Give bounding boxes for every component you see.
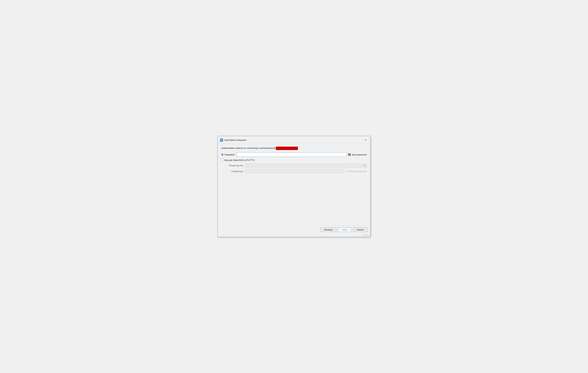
next-button[interactable]: Next	[338, 227, 351, 232]
private-key-label: Private key file:	[225, 164, 245, 167]
private-key-input	[245, 164, 362, 167]
passphrase-row: Passphrase: Save passphrase	[225, 169, 367, 173]
watermark: JetBrains	[218, 234, 370, 237]
dialog-footer: Previous Next Cancel	[218, 225, 370, 234]
dialog-title: Add Python Interpreter	[224, 139, 247, 141]
save-passphrase-label: Save passphrase	[346, 170, 367, 173]
browse-icon: 🗀	[364, 165, 366, 166]
keypair-label: Key pair (OpenSSH or PuTTY):	[221, 158, 367, 161]
save-password-checkbox[interactable]	[348, 154, 351, 156]
password-input[interactable]	[237, 152, 346, 157]
redacted-host	[276, 147, 298, 150]
private-key-input-wrapper: 🗀	[245, 164, 367, 167]
subtitle-prefix: Authentication options for connecting to…	[221, 147, 275, 149]
dialog-window: PC Add Python Interpreter ✕ Authenticati…	[218, 136, 370, 237]
keypair-radio-label[interactable]: Key pair (OpenSSH or PuTTY):	[221, 158, 255, 161]
previous-button[interactable]: Previous	[320, 227, 336, 232]
passphrase-input	[245, 169, 344, 173]
dialog-content: Authentication options for connecting to…	[218, 144, 370, 225]
browse-button: 🗀	[363, 164, 367, 167]
title-bar-left: PC Add Python Interpreter	[220, 139, 247, 142]
password-label: Password:	[225, 154, 235, 156]
password-radio-label[interactable]: Password:	[221, 154, 235, 156]
title-bar: PC Add Python Interpreter ✕	[218, 136, 370, 144]
passphrase-input-wrapper: Save passphrase	[245, 169, 367, 173]
app-icon: PC	[220, 139, 223, 142]
subtitle: Authentication options for connecting to…	[221, 147, 367, 150]
save-password-label[interactable]: Save password	[348, 154, 367, 156]
keypair-section: Key pair (OpenSSH or PuTTY): Private key…	[221, 158, 367, 173]
keypair-radio[interactable]	[221, 158, 224, 161]
save-passphrase-checkbox	[346, 170, 349, 172]
save-passphrase-text: Save passphrase	[350, 170, 367, 173]
password-option-row: Password: Save password	[221, 152, 367, 157]
private-key-row: Private key file: 🗀	[225, 164, 367, 167]
password-radio[interactable]	[221, 154, 224, 156]
cancel-button[interactable]: Cancel	[353, 227, 368, 232]
close-button[interactable]: ✕	[363, 138, 368, 142]
passphrase-label: Passphrase:	[225, 170, 245, 173]
keypair-text: Key pair (OpenSSH or PuTTY):	[224, 159, 255, 161]
save-password-text: Save password	[352, 154, 367, 156]
